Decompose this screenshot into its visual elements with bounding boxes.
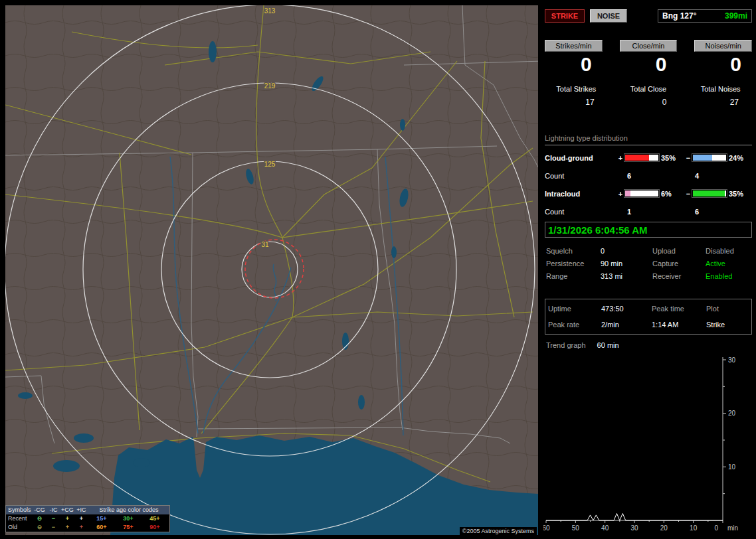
- total-close-column: Total Close 0: [617, 85, 680, 107]
- noise-mode-button[interactable]: NOISE: [590, 9, 627, 23]
- cg-count-row: Count 6 4: [545, 167, 752, 185]
- legend-row-label: Recent: [6, 514, 33, 523]
- strikes-per-min-button[interactable]: Strikes/min: [545, 40, 603, 52]
- uptime-value: 473:50: [601, 305, 652, 313]
- legend-age-code: 90+: [142, 523, 168, 532]
- trend-graph-header: Trend graph 60 min: [546, 341, 619, 349]
- legend-strike-symbol: +: [60, 523, 74, 532]
- noises-per-min-value: 0: [694, 54, 752, 74]
- receiver-value: Enabled: [706, 272, 752, 280]
- legend-age-code: 30+: [115, 514, 142, 523]
- legend-strike-symbol: +: [74, 514, 88, 523]
- peak-rate-label: Peak rate: [548, 321, 601, 329]
- plot-value: Strike: [706, 321, 749, 329]
- svg-text:min: min: [727, 524, 738, 532]
- svg-text:40: 40: [601, 524, 609, 532]
- legend-col-nic: -IC: [47, 506, 60, 514]
- map-legend: Symbols -CG -IC +CG +IC Strike age color…: [5, 505, 170, 532]
- ic-negative-percent: 35%: [727, 190, 752, 198]
- cloud-ground-row: Cloud-ground + 35% − 24%: [545, 149, 752, 167]
- strikes-per-min-column: Strikes/min 0: [545, 40, 603, 74]
- cg-positive-count: 6: [616, 172, 684, 180]
- map-canvas[interactable]: 313 219 125 31: [5, 5, 538, 535]
- ring-label-31: 31: [261, 241, 269, 248]
- svg-text:10: 10: [728, 463, 736, 471]
- peak-time-value: 1:14 AM: [652, 321, 706, 329]
- copyright-text: ©2005 Astrogenic Systems: [460, 527, 537, 535]
- legend-strike-symbol: ⊖: [33, 514, 47, 523]
- close-per-min-button[interactable]: Close/min: [620, 40, 678, 52]
- legend-col-pcg: +CG: [60, 506, 74, 514]
- lightning-distribution: Cloud-ground + 35% − 24% Count 6 4 Intra…: [545, 149, 752, 220]
- svg-text:50: 50: [572, 524, 580, 532]
- svg-text:30: 30: [630, 524, 638, 532]
- capture-label: Capture: [652, 260, 706, 268]
- nexstorm-app-window: 313 219 125 31 Symbols -CG -IC +CG +IC S…: [0, 0, 756, 539]
- uptime-readout: Uptime 473:50 Peak time Plot Peak rate 2…: [545, 299, 752, 335]
- persistence-value: 90 min: [601, 260, 652, 268]
- peak-time-label: Peak time: [652, 305, 706, 313]
- legend-symbols-header: Symbols: [6, 506, 33, 514]
- ic-positive-gauge: [624, 190, 659, 197]
- close-per-min-value: 0: [620, 54, 678, 74]
- cg-count-label: Count: [545, 172, 616, 180]
- capture-value: Active: [706, 260, 752, 268]
- legend-strike-symbol: −: [47, 523, 60, 532]
- total-counters: Total Strikes 17 Total Close 0 Total Noi…: [545, 85, 752, 107]
- distribution-title: Lightning type distribution: [545, 134, 752, 145]
- ic-negative-count: 6: [684, 208, 752, 216]
- intracloud-label: Intracloud: [545, 190, 616, 198]
- cloud-ground-label: Cloud-ground: [545, 154, 616, 162]
- plus-sign: +: [616, 154, 624, 162]
- range-setting-label: Range: [546, 272, 601, 280]
- ic-positive-percent: 6%: [659, 190, 684, 198]
- ring-label-219: 219: [264, 82, 276, 90]
- intracloud-row: Intracloud + 6% − 35%: [545, 185, 752, 202]
- close-per-min-column: Close/min 0: [620, 40, 678, 74]
- ic-count-label: Count: [545, 208, 616, 216]
- legend-header-row: Symbols -CG -IC +CG +IC Strike age color…: [6, 506, 169, 514]
- bearing-value: Bng 127°: [662, 11, 696, 21]
- minus-sign: −: [684, 190, 692, 198]
- total-close-label: Total Close: [617, 85, 680, 93]
- peak-rate-value: 2/min: [601, 321, 652, 329]
- svg-text:60: 60: [543, 524, 550, 532]
- cg-negative-count: 4: [684, 172, 752, 180]
- strike-mode-button[interactable]: STRIKE: [545, 9, 585, 23]
- range-value: 399mi: [725, 11, 747, 21]
- total-noises-column: Total Noises 27: [689, 85, 752, 107]
- trend-graph-label: Trend graph: [546, 341, 586, 349]
- lightning-map[interactable]: 313 219 125 31 Symbols -CG -IC +CG +IC S…: [5, 5, 538, 535]
- upload-label: Upload: [652, 247, 706, 255]
- range-setting-value: 313 mi: [601, 272, 652, 280]
- noises-per-min-column: Noises/min 0: [694, 40, 752, 74]
- legend-age-code: 75+: [115, 523, 142, 532]
- uptime-label: Uptime: [548, 305, 601, 313]
- svg-text:20: 20: [728, 410, 736, 417]
- persistence-label: Persistence: [546, 260, 601, 268]
- strikes-per-min-value: 0: [545, 54, 603, 74]
- upload-value: Disabled: [706, 247, 752, 255]
- cg-negative-percent: 24%: [727, 154, 752, 162]
- legend-row-label: Old: [6, 523, 33, 532]
- ring-label-125: 125: [264, 161, 276, 168]
- noises-per-min-button[interactable]: Noises/min: [694, 40, 752, 52]
- legend-strike-symbol: ⊖: [33, 523, 47, 532]
- cg-negative-gauge: [692, 154, 727, 161]
- receiver-label: Receiver: [652, 272, 706, 280]
- plot-label: Plot: [706, 305, 749, 313]
- legend-strike-symbol: −: [47, 514, 60, 523]
- mode-toolbar: STRIKE NOISE Bng 127° 399mi: [545, 9, 752, 23]
- legend-age-code: 15+: [88, 514, 115, 523]
- legend-recent-row: Recent⊖−++15+30+45+: [6, 514, 169, 523]
- legend-col-pic: +IC: [74, 506, 88, 514]
- trend-graph: 1020306050403020100min: [543, 354, 751, 535]
- legend-strike-symbol: +: [60, 514, 74, 523]
- ic-positive-count: 1: [616, 208, 684, 216]
- ring-label-313: 313: [264, 7, 276, 15]
- settings-readout: Squelch 0 Upload Disabled Persistence 90…: [546, 247, 752, 280]
- legend-col-ncg: -CG: [33, 506, 47, 514]
- status-panel: STRIKE NOISE Bng 127° 399mi Strikes/min …: [543, 0, 756, 539]
- total-strikes-value: 17: [545, 98, 608, 107]
- ic-count-row: Count 1 6: [545, 202, 752, 220]
